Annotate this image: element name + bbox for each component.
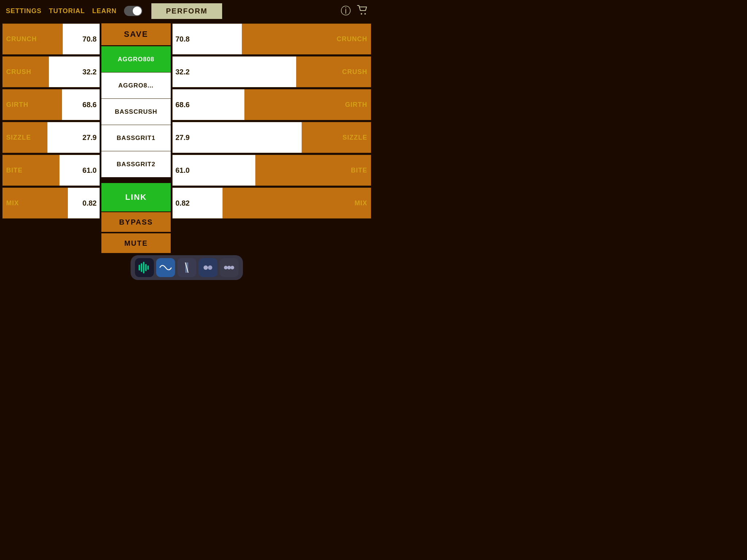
left-slider-fill-bite <box>39 155 59 186</box>
svg-rect-3 <box>141 263 142 272</box>
waveform-icon <box>138 261 151 274</box>
left-slider-value-bite: 61.0 <box>74 155 100 186</box>
right-slider-value-sizzle: 27.9 <box>173 122 198 153</box>
left-slider-value-sizzle: 27.9 <box>74 122 100 153</box>
left-slider-track-bite[interactable] <box>39 155 74 186</box>
right-slider-row-crush[interactable]: 32.2 CRUSH <box>172 56 371 88</box>
right-slider-track-girth[interactable] <box>198 89 334 120</box>
center-panel: SAVE AGGRO808AGGRO8…BASSCRUSHBASSGRIT1BA… <box>101 23 171 253</box>
svg-point-10 <box>208 265 212 270</box>
left-slider-value-girth: 68.6 <box>74 89 100 120</box>
settings-button[interactable]: SETTINGS <box>6 7 42 15</box>
app-dock <box>131 255 243 280</box>
right-slider-label-crunch: CRUNCH <box>334 24 371 54</box>
left-slider-label-crunch: CRUNCH <box>3 24 39 54</box>
right-slider-track-crunch[interactable] <box>198 24 334 54</box>
left-slider-label-girth: GIRTH <box>3 89 39 120</box>
header-center: PERFORM <box>151 3 222 19</box>
svg-rect-2 <box>139 265 140 271</box>
left-slider-row-bite[interactable]: BITE 61.0 <box>2 155 100 186</box>
right-slider-value-crush: 32.2 <box>173 57 198 87</box>
link-button[interactable]: LINK <box>101 183 171 211</box>
right-slider-label-bite: BITE <box>334 155 371 186</box>
learn-button[interactable]: LEARN <box>92 7 117 15</box>
right-slider-fill-bite <box>255 155 334 186</box>
left-slider-row-crush[interactable]: CRUSH 32.2 <box>2 56 100 88</box>
mute-button[interactable]: MUTE <box>101 233 171 253</box>
left-slider-fill-crush <box>39 57 49 87</box>
tutorial-button[interactable]: TUTORIAL <box>49 7 85 15</box>
left-slider-row-girth[interactable]: GIRTH 68.6 <box>2 89 100 120</box>
bypass-button[interactable]: BYPASS <box>101 212 171 232</box>
left-slider-track-mix[interactable] <box>39 188 74 218</box>
right-slider-label-girth: GIRTH <box>334 89 371 120</box>
right-slider-row-girth[interactable]: 68.6 GIRTH <box>172 89 371 120</box>
save-button[interactable]: SAVE <box>101 23 171 45</box>
left-slider-value-crunch: 70.8 <box>74 24 100 54</box>
perform-button[interactable]: PERFORM <box>151 3 222 19</box>
left-slider-label-bite: BITE <box>3 155 39 186</box>
left-slider-row-crunch[interactable]: CRUNCH 70.8 <box>2 23 100 55</box>
cart-icon <box>357 5 368 15</box>
left-slider-label-mix: MIX <box>3 188 39 218</box>
cart-button[interactable] <box>357 5 368 18</box>
right-slider-label-crush: CRUSH <box>334 57 371 87</box>
sine-icon <box>159 261 172 274</box>
right-slider-row-sizzle[interactable]: 27.9 SIZZLE <box>172 122 371 153</box>
right-slider-row-crunch[interactable]: 70.8 CRUNCH <box>172 23 371 55</box>
main-layout: CRUNCH 70.8 CRUSH 32.2 GIRTH 68.6 SIZZLE… <box>0 22 374 254</box>
svg-point-13 <box>231 266 234 269</box>
left-slider-value-crush: 32.2 <box>74 57 100 87</box>
info-button[interactable]: ⓘ <box>341 4 351 18</box>
slash-icon <box>180 261 193 274</box>
right-panel: 70.8 CRUNCH 32.2 CRUSH 68.6 GIRTH 27.9 S… <box>172 23 371 253</box>
left-slider-fill-crunch <box>39 24 63 54</box>
preset-item-aggro8[interactable]: AGGRO8… <box>101 72 171 98</box>
dock-icon-dots1[interactable] <box>198 258 217 277</box>
right-slider-fill-crush <box>296 57 334 87</box>
left-slider-fill-girth <box>39 89 62 120</box>
right-slider-value-bite: 61.0 <box>173 155 198 186</box>
dock-icon-dots2[interactable] <box>220 258 239 277</box>
left-slider-label-crush: CRUSH <box>3 57 39 87</box>
svg-point-9 <box>204 265 208 270</box>
header: SETTINGS TUTORIAL LEARN PERFORM ⓘ <box>0 0 374 22</box>
svg-point-12 <box>227 266 231 269</box>
mode-toggle[interactable] <box>124 6 142 16</box>
left-slider-track-girth[interactable] <box>39 89 74 120</box>
right-slider-row-mix[interactable]: 0.82 MIX <box>172 187 371 219</box>
header-right: ⓘ <box>341 4 368 18</box>
svg-rect-5 <box>145 264 147 271</box>
right-slider-track-bite[interactable] <box>198 155 334 186</box>
right-slider-track-crush[interactable] <box>198 57 334 87</box>
preset-item-aggro808[interactable]: AGGRO808 <box>101 46 171 72</box>
left-slider-value-mix: 0.82 <box>74 188 100 218</box>
dots1-icon <box>201 261 214 274</box>
left-slider-fill-sizzle <box>39 122 47 153</box>
dock-icon-sine[interactable] <box>156 258 175 277</box>
left-slider-track-crush[interactable] <box>39 57 74 87</box>
right-slider-value-crunch: 70.8 <box>173 24 198 54</box>
right-slider-fill-mix <box>222 188 334 218</box>
svg-point-1 <box>364 13 366 15</box>
svg-point-0 <box>361 13 362 15</box>
preset-item-basscrush[interactable]: BASSCRUSH <box>101 98 171 125</box>
dock-icon-waveform[interactable] <box>135 258 154 277</box>
preset-item-bassgrit2[interactable]: BASSGRIT2 <box>101 151 171 177</box>
right-slider-row-bite[interactable]: 61.0 BITE <box>172 155 371 186</box>
left-slider-row-mix[interactable]: MIX 0.82 <box>2 187 100 219</box>
preset-item-bassgrit1[interactable]: BASSGRIT1 <box>101 125 171 151</box>
right-slider-track-mix[interactable] <box>198 188 334 218</box>
header-left: SETTINGS TUTORIAL LEARN <box>6 6 142 16</box>
left-slider-track-crunch[interactable] <box>39 24 74 54</box>
right-slider-value-girth: 68.6 <box>173 89 198 120</box>
right-slider-fill-sizzle <box>302 122 334 153</box>
right-slider-fill-girth <box>244 89 334 120</box>
right-slider-label-sizzle: SIZZLE <box>334 122 371 153</box>
dock-icon-slash[interactable] <box>177 258 196 277</box>
svg-rect-4 <box>143 262 144 273</box>
right-slider-fill-crunch <box>242 24 334 54</box>
left-slider-row-sizzle[interactable]: SIZZLE 27.9 <box>2 122 100 153</box>
right-slider-track-sizzle[interactable] <box>198 122 334 153</box>
left-slider-track-sizzle[interactable] <box>39 122 74 153</box>
